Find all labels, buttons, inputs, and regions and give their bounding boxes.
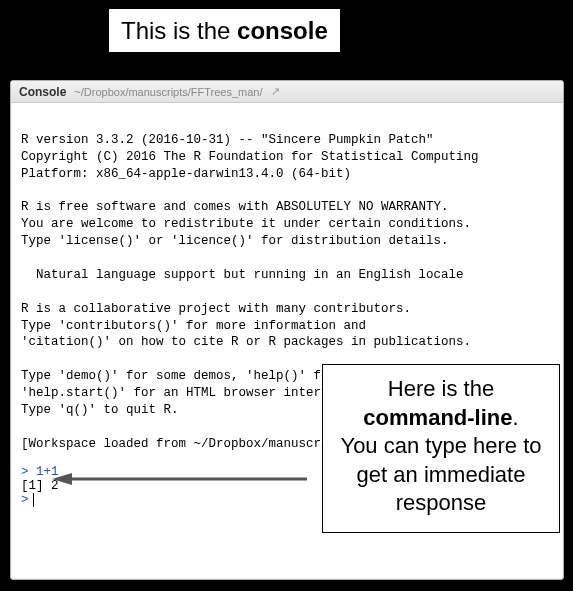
annotation-bottom-line3: You can type here to get an immediate re… xyxy=(331,432,551,518)
annotation-top-prefix: This is the xyxy=(121,17,237,44)
svg-marker-1 xyxy=(52,473,72,485)
annotation-bottom-suffix: . xyxy=(513,405,519,430)
prompt-symbol: > xyxy=(21,493,29,507)
annotation-bottom-line1: Here is the xyxy=(331,375,551,404)
console-titlebar: Console ~/Dropbox/manuscripts/FFTrees_ma… xyxy=(11,81,563,103)
popout-icon[interactable]: ↗ xyxy=(271,85,280,98)
console-working-dir: ~/Dropbox/manuscripts/FFTrees_man/ xyxy=(74,86,262,98)
annotation-top-bold: console xyxy=(237,17,328,44)
console-tab-label[interactable]: Console xyxy=(19,85,66,99)
arrow-left-icon xyxy=(52,473,307,485)
annotation-bottom-bold: command-line xyxy=(363,405,512,430)
annotation-top: This is the console xyxy=(108,8,341,53)
annotation-bottom: Here is the command-line. You can type h… xyxy=(322,364,560,533)
